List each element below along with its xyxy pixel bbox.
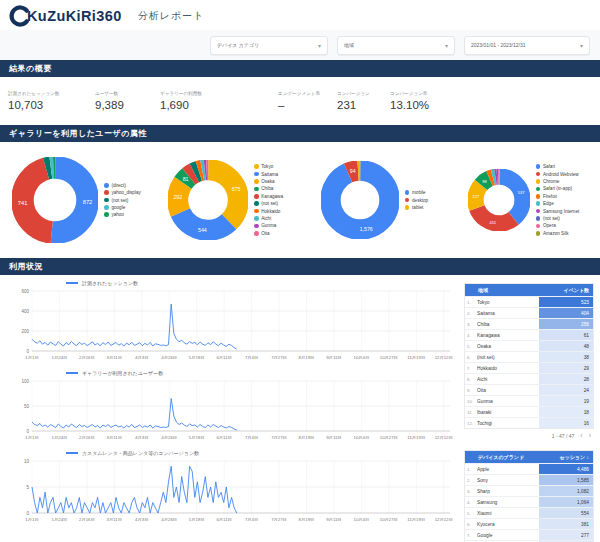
legend-dot-icon [536,224,541,229]
legend-item: Firefox [536,194,579,199]
table-row[interactable]: 5.Osaka48 [465,340,593,351]
x-axis-tick-label: 6月11日 [216,435,231,440]
scorecard-value: – [278,99,337,111]
legend-label: Oita [261,231,269,236]
table-row[interactable]: 11.Ibaraki18 [465,406,593,417]
table-row[interactable]: 6.(not set)38 [465,351,593,362]
legend-item: Tokyo [254,164,283,169]
scorecard-value: 9,389 [95,99,160,111]
region-events-table: 地域イベント数1.Tokyo5232.Saitama4043.Chiba2564… [464,283,594,429]
table-row[interactable]: 5.Xiaomi554 [465,507,593,518]
table-row[interactable]: 3.Sharp1,082 [465,485,593,496]
x-axis-tick-label: 7月27日 [271,355,287,360]
legend-dot-icon [536,194,541,199]
row-label: Aichi [477,377,539,382]
legend-label: Gunma [261,223,276,228]
legend-label: Android Webview [543,172,579,177]
legend-item: (direct) [104,183,141,188]
table-row[interactable]: 1.Apple4,486 [465,463,593,474]
legend-dot-icon [254,201,259,206]
table-row[interactable]: 8.Aichi28 [465,373,593,384]
x-axis-tick-label: 4月3日 [135,435,148,440]
summary-scorecards: 計測されたセッション数10,703ユーザー数9,389ギャラリーの利用数1,69… [0,77,600,125]
legend-item: yahoo_display [104,190,141,195]
gallery-users-line-chart-legend: ギャラリーが利用されたユーザー数 [66,370,454,376]
data-series-line [32,399,237,431]
column-header[interactable]: イベント数 [537,287,593,293]
legend-dot-icon [104,212,109,217]
legend-item: Safari [536,164,579,169]
dropdown-arrow-icon: ▾ [445,42,448,49]
column-header[interactable]: デバイスのブランド [465,454,537,460]
y-axis-tick-label: 10 [24,459,30,464]
legend-dot-icon [254,216,259,221]
table-row[interactable]: 1.Tokyo523 [465,296,593,307]
table-row[interactable]: 2.Sony1,585 [465,474,593,485]
scorecard: ユーザー数9,389 [95,91,160,111]
legend-label: yahoo [111,212,124,217]
table-row[interactable]: 4.Kanagawa61 [465,329,593,340]
traffic-source-donut-legend: (direct)yahoo_display(not set)googleyaho… [104,183,141,218]
row-label: Google [477,533,539,538]
analytics-report-page: KuZuKiRi360 分析レポート デバイス カテゴリ▾地域▾2023/01/… [0,0,600,542]
legend-dot-icon [254,164,259,169]
filter-region[interactable]: 地域▾ [337,36,455,55]
region-events-table-widget: 地域イベント数1.Tokyo5232.Saitama4043.Chiba2564… [464,283,594,442]
pagination-next-icon[interactable]: › [589,432,591,439]
scorecard-label: ギャラリーの利用数 [160,91,278,96]
table-row[interactable]: 3.Chiba256 [465,318,593,329]
row-index: 7. [465,533,477,538]
table-row[interactable]: 12.Tochigi16 [465,417,593,428]
legend-item: Aichi [254,216,283,221]
legend-dot-icon [254,231,259,236]
x-axis-tick-label: 4月3日 [135,355,148,360]
legend-dot-icon [254,172,259,177]
table-row[interactable]: 2.Saitama404 [465,307,593,318]
filter-device-category[interactable]: デバイス カテゴリ▾ [210,36,328,55]
legend-item: desktop [405,198,428,203]
column-header[interactable]: セッション ↓ [537,454,593,460]
row-index: 4. [465,333,477,338]
brand-logo: KuZuKiRi360 [8,5,122,27]
pagination-prev-icon[interactable]: ‹ [580,432,582,439]
x-axis-tick-label: 1月1日 [25,355,38,360]
column-header[interactable]: 地域 [465,287,537,293]
table-row[interactable]: 9.Oita24 [465,384,593,395]
slice-value-label: 675 [232,186,241,192]
row-label: Sony [477,478,539,483]
report-title: 分析レポート [138,9,205,23]
legend-dot-icon [104,205,109,210]
x-axis-tick-label: 10月27日 [380,435,398,440]
legend-label: (not set) [111,198,128,203]
row-label: Gunma [477,399,539,404]
legend-item: Oita [254,231,283,236]
traffic-source-donut: 872741(direct)yahoo_display(not set)goog… [2,157,151,243]
table-row[interactable]: 10.Gunma19 [465,395,593,406]
legend-dot-icon [536,216,541,221]
x-axis-tick-label: 10月4日 [354,355,370,360]
legend-dot-icon [536,164,541,169]
table-row[interactable]: 6.Kyocera381 [465,518,593,529]
table-row[interactable]: 7.Hokkaido29 [465,362,593,373]
filter-date-range[interactable]: 2023/01/01 - 2023/12/31▾ [464,36,590,55]
legend-dot-icon [254,209,259,214]
legend-label: mobile [412,190,426,195]
row-index: 11. [465,410,477,415]
line-swatch-icon [66,452,78,454]
scorecard: 計測されたセッション数10,703 [8,91,95,111]
chart-title: カスタムレンタ・商品レンタ等のコンバージョン数 [82,450,199,456]
x-axis-tick-label: 9月11日 [326,517,341,522]
legend-label: Opera [543,223,556,228]
table-row[interactable]: 4.Samsung1,064 [465,496,593,507]
x-axis-tick-label: 12月12日 [435,355,453,360]
row-value: 16 [539,418,593,428]
table-row[interactable]: 7.Google277 [465,529,593,540]
line-swatch-icon [66,282,78,284]
x-axis-tick-label: 7月27日 [271,517,287,522]
legend-dot-icon [405,205,410,210]
slice-value-label: 227 [472,194,480,199]
legend-label: yahoo_display [111,190,140,195]
legend-item: google [104,205,141,210]
slice-value-label: 537 [517,190,525,195]
legend-item: Android Webview [536,172,579,177]
